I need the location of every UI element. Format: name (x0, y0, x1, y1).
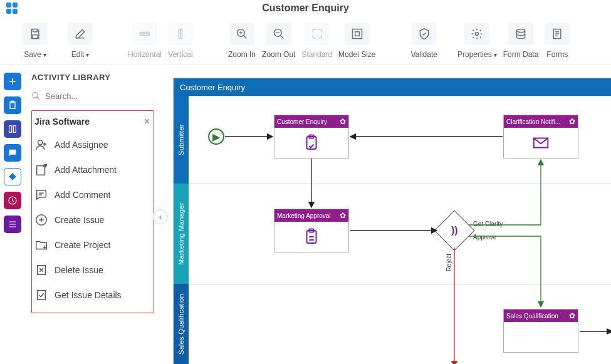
folder-plus-icon (34, 238, 48, 252)
edge-approve: Approve (473, 234, 496, 241)
chevron-down-icon: ▾ (43, 51, 46, 58)
model-size-button[interactable] (345, 23, 370, 45)
rail-item-columns[interactable] (4, 120, 21, 138)
node-clarification-notification[interactable]: Clarification Notifi...✿ (503, 115, 578, 159)
svg-point-5 (476, 33, 479, 36)
attachment-icon (34, 163, 48, 177)
svg-point-14 (38, 140, 43, 145)
activity-add-assignee[interactable]: Add Assignee (33, 132, 152, 157)
vertical-button (168, 23, 193, 45)
rail-item-chat[interactable] (4, 144, 21, 162)
properties-button[interactable] (464, 23, 489, 45)
forms-button[interactable] (545, 23, 570, 45)
svg-rect-11 (13, 126, 16, 133)
start-event[interactable]: ▶ (208, 128, 224, 145)
standard-button (305, 23, 330, 45)
gear-icon[interactable]: ✿ (569, 311, 575, 320)
forms-label: Forms (546, 50, 568, 59)
zoom-in-button[interactable] (229, 23, 254, 45)
library-title: ACTIVITY LIBRARY (31, 73, 154, 82)
validate-button[interactable] (412, 23, 437, 45)
node-marketing-approval[interactable]: Marketing Approval✿ (274, 209, 349, 252)
category-highlight: Jira Software × Add Assignee Add Attachm… (31, 110, 154, 313)
validate-label: Validate (410, 50, 437, 59)
rail-item-clipboard[interactable] (4, 96, 21, 114)
horizontal-label: Horizontal (128, 50, 162, 59)
edit-label[interactable]: Edit▾ (71, 50, 90, 59)
lane-submitter[interactable]: Submitter (174, 96, 189, 184)
toolbar: Save▾ Edit▾ Horizontal Vertical Zoom In … (0, 15, 611, 65)
rail-item-list[interactable] (4, 216, 21, 233)
svg-point-6 (516, 29, 525, 33)
zoom-out-label: Zoom Out (262, 50, 295, 59)
chevron-down-icon: ▾ (494, 51, 497, 58)
zoom-out-button[interactable] (266, 23, 291, 45)
form-data-label: Form Data (503, 50, 539, 59)
category-title: Jira Software (34, 117, 90, 127)
gear-icon[interactable]: ✿ (340, 211, 346, 220)
model-size-label: Model Size (338, 50, 375, 59)
gear-icon[interactable]: ✿ (569, 117, 575, 126)
svg-point-13 (33, 93, 38, 98)
gear-icon[interactable]: ✿ (340, 117, 346, 126)
properties-label[interactable]: Properties▾ (457, 50, 497, 59)
standard-label: Standard (301, 50, 332, 59)
lane-sales-qualification[interactable]: Sales Qualification (174, 284, 189, 364)
activity-create-project[interactable]: Create Project (33, 232, 152, 257)
svg-rect-4 (352, 29, 362, 39)
check-doc-icon (34, 288, 48, 302)
save-button[interactable] (23, 23, 48, 45)
close-icon[interactable]: × (144, 116, 150, 127)
plus-circle-icon (34, 213, 48, 227)
zoom-in-label: Zoom In (228, 50, 256, 59)
activity-add-attachment[interactable]: Add Attachment (33, 157, 152, 182)
activity-add-comment[interactable]: Add Comment (33, 182, 152, 207)
vertical-label: Vertical (168, 50, 192, 59)
diagram-title: Customer Enquiry (174, 78, 611, 96)
form-data-button[interactable] (508, 23, 533, 45)
activity-get-issue-details[interactable]: Get Issue Details (33, 283, 152, 308)
rail-add-button[interactable] (4, 73, 21, 90)
comment-icon (34, 188, 48, 202)
svg-rect-10 (9, 126, 12, 133)
delete-icon (34, 263, 48, 277)
left-rail (0, 65, 25, 364)
search-icon (31, 91, 40, 101)
svg-rect-18 (38, 291, 46, 300)
activity-delete-issue[interactable]: Delete Issue (33, 257, 152, 283)
rail-item-analytics[interactable] (4, 192, 21, 209)
edge-reject: Reject (446, 254, 452, 271)
rail-item-diamond[interactable] (4, 168, 21, 185)
edge-get-clarity: Get Clarity (473, 221, 503, 227)
activity-create-issue[interactable]: Create Issue (33, 207, 152, 232)
collapse-sidebar-button[interactable]: ‹ (153, 209, 168, 224)
lane-marketing-manager[interactable]: Marketing Manager (174, 184, 189, 284)
save-label[interactable]: Save▾ (24, 50, 46, 59)
library-search[interactable] (31, 88, 154, 105)
diagram-canvas[interactable]: Customer Enquiry Submitter Marketing Man… (160, 65, 611, 364)
node-sales-qualification[interactable]: Sales Qualification✿ (503, 309, 578, 353)
chevron-down-icon: ▾ (86, 51, 89, 58)
node-customer-enquiry[interactable]: Customer Enquiry✿ (274, 115, 349, 159)
svg-rect-15 (37, 166, 45, 175)
horizontal-button (132, 23, 157, 45)
activity-library-panel: ACTIVITY LIBRARY Jira Software × Add Ass… (25, 65, 160, 364)
user-plus-icon (34, 138, 48, 152)
page-title: Customer Enquiry (0, 3, 611, 14)
edit-button[interactable] (68, 23, 93, 45)
search-input[interactable] (45, 91, 154, 101)
